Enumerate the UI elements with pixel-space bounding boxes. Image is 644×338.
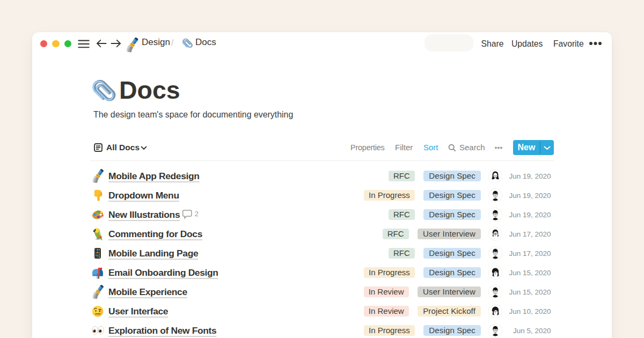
svg-text:2: 2 bbox=[195, 210, 199, 218]
